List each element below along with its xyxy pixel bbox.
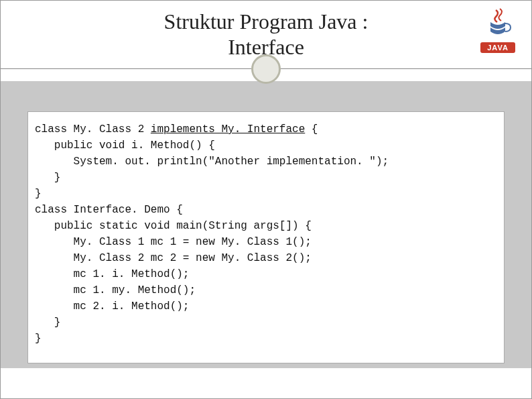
java-cup-icon [484, 7, 512, 40]
code-keyword-implements: implements My. Interface [151, 123, 305, 135]
footer-area [1, 368, 531, 398]
slide-title: Struktur Program Java : Interface [1, 1, 531, 60]
code-block: class My. Class 2 implements My. Interfa… [27, 111, 505, 363]
code-line-13: } [35, 317, 60, 329]
decorative-circle [251, 54, 281, 84]
slide-container: Struktur Program Java : Interface JAVA c… [0, 0, 532, 399]
code-line-12: mc 2. i. Method(); [35, 300, 189, 312]
code-line-3: System. out. println("Another implementa… [35, 156, 389, 168]
code-line-11: mc 1. my. Method(); [35, 284, 196, 296]
code-line-1a: class My. Class 2 [35, 123, 151, 135]
code-line-8: My. Class 1 mc 1 = new My. Class 1(); [35, 236, 312, 248]
code-line-1c: { [305, 123, 318, 135]
code-line-9: My. Class 2 mc 2 = new My. Class 2(); [35, 252, 312, 264]
code-line-10: mc 1. i. Method(); [35, 268, 189, 280]
title-line-1: Struktur Program Java : [164, 9, 369, 34]
code-line-7: public static void main(String args[]) { [35, 220, 312, 232]
code-line-2: public void i. Method() { [35, 139, 215, 152]
code-line-4: } [35, 172, 60, 184]
code-line-5: } [35, 188, 42, 200]
code-line-6: class Interface. Demo { [35, 204, 183, 216]
java-logo-text: JAVA [480, 42, 515, 53]
header-area: Struktur Program Java : Interface JAVA [1, 1, 531, 81]
java-logo: JAVA [474, 7, 522, 68]
code-line-14: } [35, 333, 42, 345]
